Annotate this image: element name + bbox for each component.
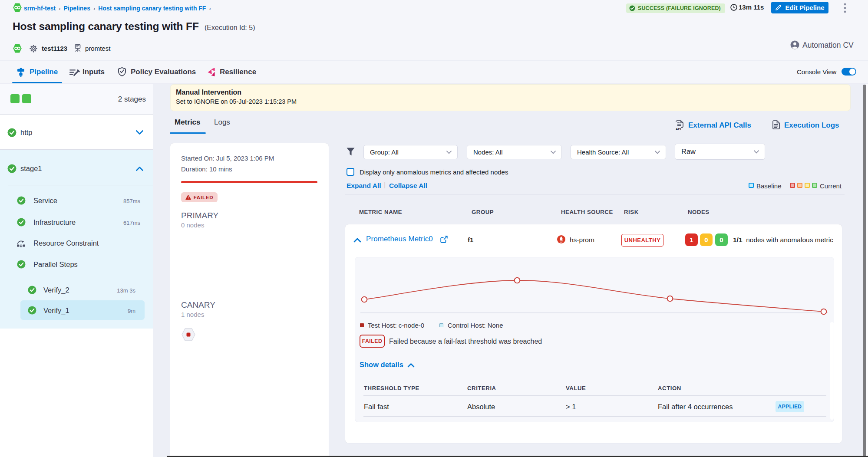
svg-text:API: API: [676, 127, 681, 131]
